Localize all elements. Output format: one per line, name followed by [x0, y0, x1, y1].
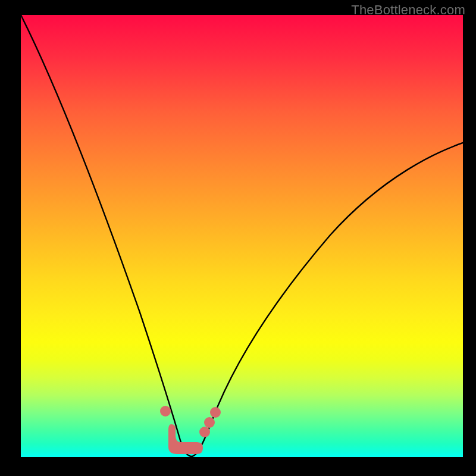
bottleneck-curve	[21, 15, 463, 457]
right-upper-dot-icon	[210, 407, 221, 418]
chart-frame: TheBottleneck.com	[0, 0, 476, 476]
right-low-dot-icon	[199, 427, 210, 437]
plot-area	[21, 15, 463, 457]
right-mid-dot-icon	[204, 417, 215, 428]
watermark-text: TheBottleneck.com	[351, 2, 465, 18]
left-upper-dot-icon	[160, 406, 171, 416]
valley-blob-icon	[168, 424, 203, 454]
curve-path	[21, 15, 463, 456]
